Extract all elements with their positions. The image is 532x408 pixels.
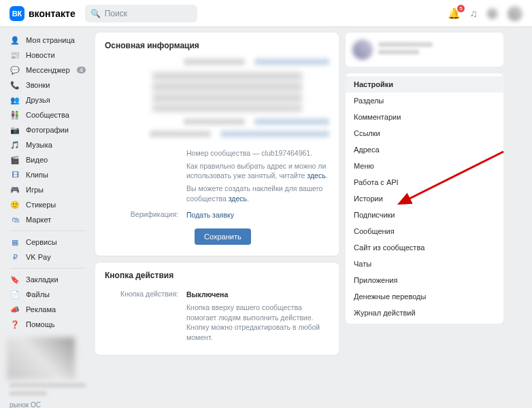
nav-label: Сервисы xyxy=(26,238,57,246)
nav-separator xyxy=(10,268,86,269)
nav-item-мессенджер[interactable]: 💬Мессенджер4 xyxy=(7,63,88,78)
settings-nav-приложения[interactable]: Приложения xyxy=(346,272,503,288)
community-mini-profile[interactable] xyxy=(346,33,503,67)
section-title: Основная информация xyxy=(105,41,329,50)
nav-icon: 🎵 xyxy=(10,139,20,150)
settings-nav-комментарии[interactable]: Комментарии xyxy=(346,109,503,125)
search-input[interactable]: 🔍 Поиск xyxy=(85,5,197,22)
nav-icon: 💬 xyxy=(10,65,20,75)
nav-item-фотографии[interactable]: 📷Фотографии xyxy=(7,122,88,137)
nav-icon: 📰 xyxy=(10,50,20,61)
stickers-hint: Вы можете создать наклейки для вашего со… xyxy=(186,184,329,203)
nav-item-музыка[interactable]: 🎵Музыка xyxy=(7,137,88,152)
nav-icon: 🙂 xyxy=(10,199,20,210)
blurred-value xyxy=(254,58,329,65)
nav-icon: ₽ xyxy=(10,252,20,262)
action-button-card: Кнопка действия Кнопка действия: Выключе… xyxy=(95,262,339,354)
nav-item-реклама[interactable]: 📣Реклама xyxy=(7,302,88,317)
settings-nav-адреса[interactable]: Адреса xyxy=(346,141,503,158)
nav-label: Игры xyxy=(26,186,44,194)
settings-nav-истории[interactable]: Истории xyxy=(346,190,503,207)
settings-nav-подписчики[interactable]: Подписчики xyxy=(346,207,503,223)
nav-item-клипы[interactable]: 🎞Клипы xyxy=(7,167,88,182)
settings-nav-денежные-переводы[interactable]: Денежные переводы xyxy=(346,288,503,305)
save-button[interactable]: Сохранить xyxy=(195,228,251,245)
blurred-value xyxy=(220,131,329,137)
nav-label: Музыка xyxy=(26,141,52,149)
nav-item-стикеры[interactable]: 🙂Стикеры xyxy=(7,197,88,212)
verification-apply-link[interactable]: Подать заявку xyxy=(186,211,234,219)
sidebar-ad-image[interactable] xyxy=(7,337,75,379)
settings-nav-сайт-из-сообщества[interactable]: Сайт из сообщества xyxy=(346,239,503,256)
user-avatar[interactable] xyxy=(508,6,522,21)
settings-nav-работа-с-api[interactable]: Работа с API xyxy=(346,174,503,190)
settings-nav-меню[interactable]: Меню xyxy=(346,158,503,174)
nav-label: Новости xyxy=(26,51,55,59)
blurred-label xyxy=(184,58,245,65)
nav-label: Реклама xyxy=(26,305,56,313)
nav-item-сервисы[interactable]: ▦Сервисы xyxy=(7,235,88,250)
blurred-form-area xyxy=(152,71,302,112)
settings-nav-ссылки[interactable]: Ссылки xyxy=(346,125,503,141)
brand-text: вконтакте xyxy=(29,8,76,19)
nav-item-моя-страница[interactable]: 👤Моя страница xyxy=(7,33,88,48)
music-icon[interactable]: ♫ xyxy=(470,7,478,19)
nav-icon: 📄 xyxy=(10,289,20,300)
settings-nav-журнал-действий[interactable]: Журнал действий xyxy=(346,305,503,321)
nav-label: Клипы xyxy=(26,171,48,179)
nav-icon: 👫 xyxy=(10,109,20,120)
nav-item-звонки[interactable]: 📞Звонки xyxy=(7,78,88,92)
nav-badge: 4 xyxy=(77,67,86,73)
nav-item-новости[interactable]: 📰Новости xyxy=(7,48,88,63)
blurred-title xyxy=(378,42,433,47)
notification-badge: 5 xyxy=(457,5,464,12)
hint-link-2[interactable]: здесь xyxy=(229,194,247,203)
nav-icon: 📣 xyxy=(10,304,20,315)
action-label: Кнопка действия: xyxy=(105,290,186,300)
bell-icon[interactable]: 🔔5 xyxy=(448,7,461,20)
settings-nav-разделы[interactable]: Разделы xyxy=(346,92,503,109)
nav-icon: 👥 xyxy=(10,95,20,105)
nav-item-vk-pay[interactable]: ₽VK Pay xyxy=(7,250,88,265)
nav-icon: 📞 xyxy=(10,80,20,90)
nav-item-файлы[interactable]: 📄Файлы xyxy=(7,287,88,302)
nav-item-помощь[interactable]: ❓Помощь xyxy=(7,317,88,332)
search-icon: 🔍 xyxy=(90,9,101,18)
settings-nav-сообщения[interactable]: Сообщения xyxy=(346,223,503,239)
nav-item-игры[interactable]: 🎮Игры xyxy=(7,182,88,197)
hint-link-1[interactable]: здесь xyxy=(307,171,325,180)
brand-logo[interactable]: ВК вконтакте xyxy=(10,6,76,21)
nav-item-сообщества[interactable]: 👫Сообщества xyxy=(7,107,88,122)
nav-item-друзья[interactable]: 👥Друзья xyxy=(7,92,88,107)
nav-icon: 📷 xyxy=(10,124,20,135)
nav-item-видео[interactable]: 🎬Видео xyxy=(7,152,88,167)
blurred-label xyxy=(150,131,211,137)
vk-logo-icon: ВК xyxy=(10,6,24,21)
blurred-label xyxy=(184,118,245,125)
nav-item-маркет[interactable]: 🛍Маркет xyxy=(7,212,88,227)
nav-icon: 👤 xyxy=(10,35,20,46)
nav-label: Стикеры xyxy=(26,201,56,209)
nav-label: Звонки xyxy=(26,81,50,89)
nav-item-закладки[interactable]: 🔖Закладки xyxy=(7,272,88,287)
nav-separator xyxy=(10,231,86,231)
nav-label: Моя страница xyxy=(26,36,75,44)
search-placeholder: Поиск xyxy=(105,9,127,18)
nav-icon: ▦ xyxy=(10,237,20,248)
nav-icon: 🔖 xyxy=(10,274,20,285)
nav-icon: 🎮 xyxy=(10,184,20,195)
community-id-text: Номер сообщества — club197464961. xyxy=(186,148,329,158)
nav-label: Сообщества xyxy=(26,111,69,119)
ad-label: рынок ОС xyxy=(10,401,86,408)
blurred-ad-text xyxy=(10,391,47,396)
friend-avatar-blurred[interactable] xyxy=(487,8,498,19)
blurred-subtitle xyxy=(378,50,419,54)
blurred-value xyxy=(254,118,329,125)
settings-nav-настройки[interactable]: Настройки xyxy=(346,76,503,92)
settings-nav-чаты[interactable]: Чаты xyxy=(346,256,503,272)
verification-label: Верификация: xyxy=(105,210,186,220)
nav-label: Помощь xyxy=(26,320,55,328)
left-sidebar: 👤Моя страница📰Новости💬Мессенджер4📞Звонки… xyxy=(7,33,88,408)
nav-label: Видео xyxy=(26,156,48,164)
nav-label: VK Pay xyxy=(26,253,51,261)
